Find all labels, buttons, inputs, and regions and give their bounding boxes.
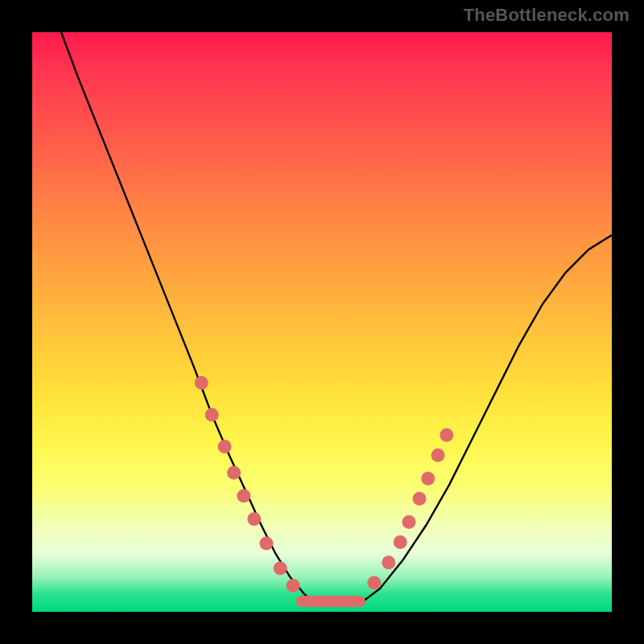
data-marker <box>259 537 273 551</box>
markers-left-group <box>195 376 300 592</box>
data-marker <box>402 515 416 529</box>
data-marker <box>412 492 426 506</box>
data-marker <box>382 555 395 569</box>
data-marker <box>287 579 300 592</box>
data-marker <box>440 428 453 442</box>
data-marker <box>218 440 232 453</box>
data-marker <box>394 535 407 549</box>
data-marker <box>227 466 241 480</box>
data-marker <box>195 376 208 390</box>
data-marker <box>237 489 250 503</box>
data-marker <box>247 512 261 526</box>
data-marker <box>274 562 287 576</box>
bottleneck-curve <box>61 32 612 606</box>
data-marker <box>431 448 445 462</box>
plot-area <box>32 32 612 612</box>
attribution-text: TheBottleneck.com <box>464 5 630 26</box>
chart-frame: TheBottleneck.com <box>0 0 644 644</box>
chart-svg <box>32 32 612 612</box>
data-marker <box>421 472 435 485</box>
data-marker <box>205 408 219 422</box>
data-marker <box>367 576 381 590</box>
markers-right-group <box>367 428 453 590</box>
